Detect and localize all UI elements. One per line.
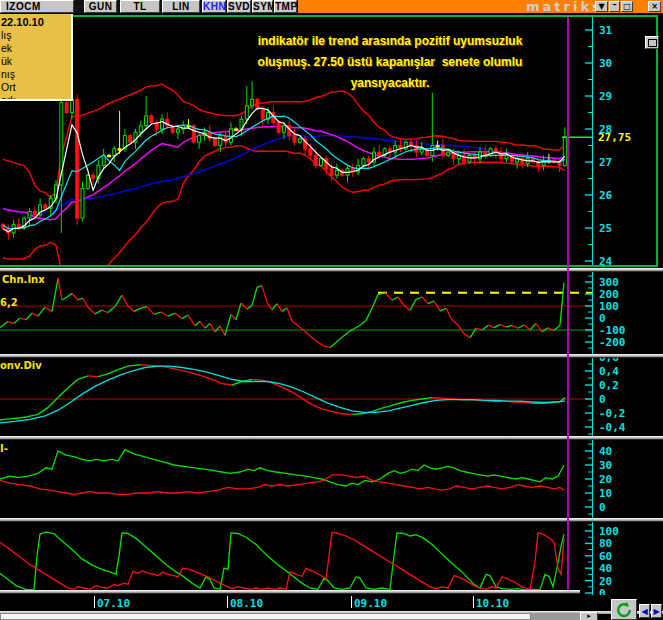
chart-shape bbox=[348, 329, 354, 333]
annotation-line: yansıyacaktır. bbox=[188, 73, 592, 94]
candle-body bbox=[81, 188, 84, 218]
chart-shape: -200 bbox=[599, 336, 626, 349]
chart-shape bbox=[62, 297, 67, 300]
chart-shape: 80 bbox=[599, 537, 612, 550]
chart-shape bbox=[68, 379, 78, 387]
candle-body bbox=[129, 136, 132, 143]
panel-splitter[interactable] bbox=[0, 590, 580, 594]
panel-splitter[interactable] bbox=[0, 268, 663, 272]
date-tick bbox=[473, 596, 474, 608]
chart-shape bbox=[428, 301, 434, 303]
scrollbar-thumb[interactable] bbox=[0, 613, 531, 620]
chart-shape bbox=[45, 307, 52, 311]
candle-body bbox=[245, 106, 248, 119]
chart-shape bbox=[422, 297, 428, 304]
date-label: 07.10 bbox=[97, 597, 130, 610]
chart-shape: 0,6 bbox=[599, 358, 619, 364]
close-button[interactable]: × bbox=[648, 1, 661, 12]
direction-colored-line bbox=[0, 278, 564, 347]
stochastic-panel[interactable]: 100806040200 bbox=[0, 522, 663, 595]
chart-shape bbox=[12, 417, 25, 418]
candle-body bbox=[76, 99, 79, 218]
convergence-divergence-panel[interactable]: 0,60,40,20-0,2-0,4 bbox=[0, 358, 663, 436]
candle-body bbox=[86, 175, 89, 188]
toolbar-button-sym[interactable]: SYM bbox=[252, 0, 273, 13]
channel-index-panel[interactable]: 3002001000-100-200 bbox=[0, 272, 663, 354]
scrollbar-right-button[interactable]: ▸ bbox=[580, 612, 598, 620]
chart-shape bbox=[332, 412, 342, 414]
di-minus-line bbox=[0, 475, 564, 495]
chart-shape bbox=[452, 320, 458, 325]
nav-right-button[interactable]: ▶ bbox=[651, 604, 662, 618]
panel-splitter[interactable] bbox=[0, 354, 663, 358]
chart-shape bbox=[222, 384, 232, 385]
chart-cursor-line bbox=[567, 17, 569, 590]
chart-shape: 27 bbox=[599, 156, 612, 169]
candle-body bbox=[320, 159, 323, 166]
restore-window-button[interactable] bbox=[645, 36, 659, 49]
symbol-button[interactable]: IZOCM bbox=[0, 0, 74, 13]
chart-shape bbox=[98, 374, 108, 377]
chart-shape bbox=[512, 402, 522, 403]
candle-body bbox=[145, 116, 148, 126]
candle-body bbox=[235, 129, 238, 130]
candle-body bbox=[139, 126, 142, 133]
chart-shape bbox=[88, 307, 95, 314]
chart-shape bbox=[190, 372, 202, 376]
annotation-line: oluşmuş. 27.50 üstü kapanışlar senete ol… bbox=[188, 52, 592, 73]
chart-shape bbox=[292, 321, 298, 326]
chart-shape bbox=[282, 308, 287, 312]
data-window-tooltip: 22.10.10 lış ek ük nış Ort ark bbox=[0, 14, 73, 101]
refresh-button[interactable] bbox=[611, 599, 637, 620]
chart-shape: 40 bbox=[599, 445, 612, 458]
chart-shape bbox=[360, 320, 366, 325]
directional-indicator-panel[interactable]: 403020100 bbox=[0, 440, 663, 518]
toolbar-button-gun[interactable]: GUN bbox=[84, 0, 117, 13]
chart-shape bbox=[102, 310, 108, 312]
toolbar-button-svd[interactable]: SVD bbox=[227, 0, 251, 13]
minimize-button[interactable]: – bbox=[609, 1, 620, 12]
candle-body bbox=[70, 99, 73, 112]
candle-body bbox=[176, 129, 179, 132]
chart-shape: 60 bbox=[599, 550, 612, 563]
chart-shape bbox=[382, 405, 392, 408]
toolbar: IZOCM GUN TL LIN KHN SVD SYM TMP matriks… bbox=[0, 0, 663, 13]
toolbar-button-lin[interactable]: LIN bbox=[162, 0, 200, 13]
candle-body bbox=[150, 116, 153, 123]
maximize-button[interactable]: □ bbox=[621, 1, 633, 12]
chart-shape bbox=[322, 409, 332, 412]
chart-shape bbox=[154, 312, 161, 314]
toolbar-button-tmp[interactable]: TMP bbox=[274, 0, 297, 13]
main-panel-border-top bbox=[0, 15, 658, 17]
date-tick bbox=[351, 596, 352, 608]
panel-splitter[interactable] bbox=[0, 518, 663, 522]
toolbar-button-khn[interactable]: KHN bbox=[202, 0, 226, 13]
chart-shape bbox=[88, 376, 98, 377]
candle-body bbox=[362, 159, 365, 166]
chart-shape bbox=[128, 306, 134, 311]
chart-shape bbox=[72, 293, 78, 300]
candle-body bbox=[214, 139, 217, 146]
chart-shape bbox=[220, 326, 225, 336]
chart-shape bbox=[38, 307, 45, 316]
chart-shape: 20 bbox=[599, 473, 612, 486]
toolbar-button-tl[interactable]: TL bbox=[120, 0, 160, 13]
chart-shape bbox=[134, 308, 140, 311]
chart-shape bbox=[494, 325, 500, 328]
dropdown-icon[interactable]: ▼ bbox=[595, 1, 608, 12]
scrollbar-track[interactable] bbox=[531, 613, 580, 620]
value-axis: 100806040200 bbox=[585, 522, 619, 595]
chart-shape bbox=[354, 325, 360, 329]
chart-shape bbox=[95, 310, 102, 314]
chart-shape bbox=[432, 398, 442, 399]
chart-shape bbox=[317, 341, 324, 346]
chart-shape bbox=[108, 307, 115, 313]
matriks-logo: matriks bbox=[526, 0, 603, 13]
chart-shape bbox=[67, 293, 72, 297]
chart-shape bbox=[202, 376, 212, 380]
chart-shape bbox=[536, 323, 542, 331]
chart-shape bbox=[312, 405, 322, 409]
nav-left-button[interactable]: ◀ bbox=[639, 604, 650, 618]
panel-splitter[interactable] bbox=[0, 436, 663, 440]
chart-shape bbox=[398, 297, 404, 305]
